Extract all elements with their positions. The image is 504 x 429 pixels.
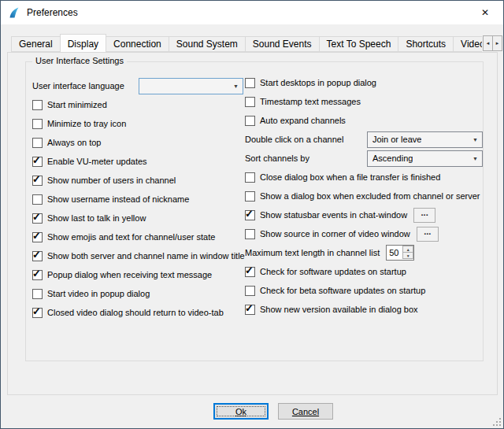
checkbox-label[interactable]: Start minimized <box>47 100 107 109</box>
max-text-length-label: Maximum text length in channel list <box>245 248 380 257</box>
tab-label: Text To Speech <box>327 39 391 50</box>
checkbox-label[interactable]: Show last to talk in yellow <box>47 213 146 223</box>
cancel-button[interactable]: Cancel <box>278 403 333 420</box>
tab-connection[interactable]: Connection <box>106 36 169 52</box>
checkbox[interactable] <box>245 229 255 239</box>
checkbox-label[interactable]: Closed video dialog should return to vid… <box>47 308 224 317</box>
checkbox[interactable] <box>32 157 43 167</box>
checkbox-row[interactable]: Show emojis and text for channel/user st… <box>32 227 243 246</box>
max-text-length-row: Maximum text length in channel list 50 ▲… <box>245 243 483 262</box>
checkbox[interactable] <box>245 286 255 296</box>
tab-text-to-speech[interactable]: Text To Speech <box>319 36 399 52</box>
titlebar[interactable]: Preferences ✕ <box>1 1 503 24</box>
checkbox-row[interactable]: Show number of users in channel <box>32 171 243 190</box>
cancel-label: Cancel <box>292 407 319 416</box>
checkbox-label[interactable]: Minimize to tray icon <box>47 119 126 128</box>
tab-shortcuts[interactable]: Shortcuts <box>398 36 454 52</box>
checkbox[interactable] <box>245 210 255 220</box>
sort-channels-value: Ascending <box>372 153 413 163</box>
spin-buttons: ▲ ▼ <box>402 246 413 260</box>
checkbox-label[interactable]: Enable VU-meter updates <box>47 157 147 166</box>
checkbox-label[interactable]: Show number of users in channel <box>47 176 176 185</box>
tab-label: Connection <box>113 39 161 50</box>
checkbox-label[interactable]: Always on top <box>47 138 101 147</box>
checkbox-label[interactable]: Show a dialog box when excluded from cha… <box>260 191 480 201</box>
checkbox-row[interactable]: Show both server and channel name in win… <box>32 246 243 265</box>
checkbox[interactable] <box>245 172 255 183</box>
resize-grip[interactable] <box>491 416 502 427</box>
checkbox-row[interactable]: Show a dialog box when excluded from cha… <box>245 187 483 205</box>
statusbar-events-more-button[interactable]: ... <box>413 208 435 223</box>
spin-down-button[interactable]: ▼ <box>402 252 413 259</box>
checkbox-row[interactable]: Check for beta software updates on start… <box>245 281 483 300</box>
checkbox-row[interactable]: Closed video dialog should return to vid… <box>32 303 243 322</box>
checkbox-row[interactable]: Show last to talk in yellow <box>32 209 243 227</box>
ok-button[interactable]: Ok <box>213 403 269 420</box>
checkbox-row[interactable]: Start video in popup dialog <box>32 284 243 303</box>
checkbox[interactable] <box>245 97 255 107</box>
checkbox-label[interactable]: Show statusbar events in chat-window <box>260 210 407 220</box>
tab-display[interactable]: Display <box>60 34 106 53</box>
checkbox[interactable] <box>32 176 43 186</box>
checkbox[interactable] <box>245 191 255 202</box>
checkbox-row[interactable]: Timestamp text messages <box>245 92 483 111</box>
chevron-up-icon: ▲ <box>406 247 410 252</box>
tab-video[interactable]: Video <box>453 36 482 52</box>
checkbox[interactable] <box>32 100 43 110</box>
checkbox-label[interactable]: Show emojis and text for channel/user st… <box>47 232 215 242</box>
checkbox[interactable] <box>32 270 43 280</box>
checkbox-row[interactable]: Popup dialog when receiving text message <box>32 265 243 284</box>
checkbox[interactable] <box>32 138 43 148</box>
checkbox[interactable] <box>32 232 43 242</box>
checkbox-label[interactable]: Start desktops in popup dialog <box>260 78 376 87</box>
checkbox-row[interactable]: Enable VU-meter updates <box>32 152 243 171</box>
tab-scroll-right-button[interactable]: ► <box>492 35 502 51</box>
max-text-length-spinbox[interactable]: 50 ▲ ▼ <box>386 245 414 261</box>
tab-sound-system[interactable]: Sound System <box>169 36 246 52</box>
statusbar-events-row[interactable]: Show statusbar events in chat-window ... <box>245 205 483 224</box>
checkbox[interactable] <box>32 289 43 299</box>
video-source-row[interactable]: Show source in corner of video window ..… <box>245 224 483 243</box>
checkbox-label[interactable]: Auto expand channels <box>260 116 346 125</box>
checkbox-label[interactable]: Close dialog box when a file transfer is… <box>260 172 440 182</box>
checkbox-row[interactable]: Start minimized <box>32 95 243 114</box>
double-click-label: Double click on a channel <box>245 135 343 144</box>
checkbox-label[interactable]: Show both server and channel name in win… <box>47 251 245 261</box>
checkbox[interactable] <box>245 116 255 126</box>
checkbox-row[interactable]: Check for software updates on startup <box>245 262 483 281</box>
spin-value[interactable]: 50 <box>387 246 402 260</box>
checkbox-label[interactable]: Popup dialog when receiving text message <box>47 270 212 279</box>
checkbox[interactable] <box>32 308 43 318</box>
language-select[interactable]: ▼ <box>139 78 243 94</box>
close-button[interactable]: ✕ <box>467 1 503 24</box>
tab-bar: General Display Connection Sound System … <box>11 34 482 53</box>
video-source-more-button[interactable]: ... <box>417 227 439 242</box>
checkbox-label[interactable]: Check for software updates on startup <box>260 267 406 276</box>
checkbox[interactable] <box>32 251 43 261</box>
checkbox-row[interactable]: Always on top <box>32 133 243 152</box>
checkbox[interactable] <box>32 194 43 205</box>
tab-general[interactable]: General <box>11 36 61 52</box>
checkbox-label[interactable]: Show source in corner of video window <box>260 229 410 239</box>
checkbox[interactable] <box>32 213 43 224</box>
checkbox[interactable] <box>245 305 255 315</box>
checkbox-label[interactable]: Show username instead of nickname <box>47 194 189 204</box>
checkbox-row[interactable]: Start desktops in popup dialog <box>245 73 483 92</box>
checkbox-row[interactable]: Show new version available in dialog box <box>245 300 483 319</box>
app-icon[interactable] <box>8 6 20 19</box>
double-click-select[interactable]: Join or leave ▼ <box>367 131 483 148</box>
checkbox-label[interactable]: Start video in popup dialog <box>47 289 150 298</box>
tab-sound-events[interactable]: Sound Events <box>245 36 320 52</box>
tab-label: Video <box>461 39 482 50</box>
checkbox-label[interactable]: Show new version available in dialog box <box>260 305 418 314</box>
checkbox[interactable] <box>245 78 255 88</box>
checkbox-label[interactable]: Check for beta software updates on start… <box>260 286 425 295</box>
sort-channels-select[interactable]: Ascending ▼ <box>367 150 483 167</box>
checkbox-row[interactable]: Minimize to tray icon <box>32 114 243 133</box>
checkbox-row[interactable]: Auto expand channels <box>245 111 483 130</box>
checkbox-row[interactable]: Show username instead of nickname <box>32 190 243 209</box>
checkbox-row[interactable]: Close dialog box when a file transfer is… <box>245 168 483 187</box>
checkbox[interactable] <box>245 267 255 277</box>
checkbox-label[interactable]: Timestamp text messages <box>260 97 361 106</box>
checkbox[interactable] <box>32 119 43 129</box>
